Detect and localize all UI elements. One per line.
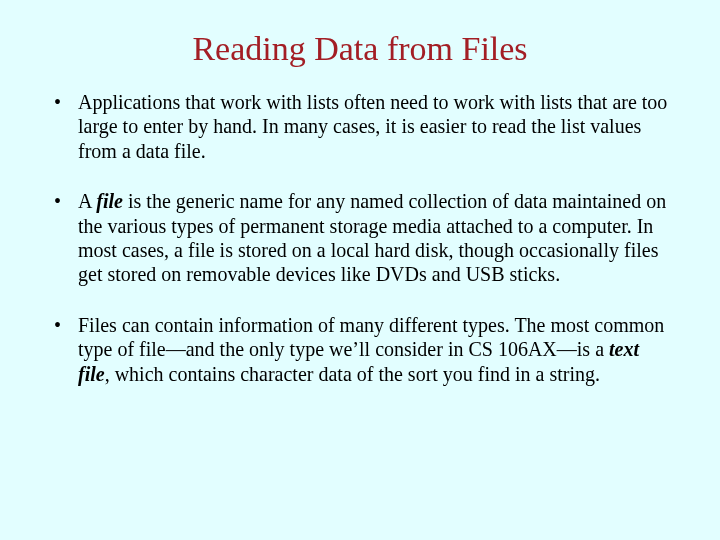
list-item: Applications that work with lists often … [48,90,672,163]
term-file: file [96,190,123,212]
bullet-list: Applications that work with lists often … [48,90,672,386]
slide: Reading Data from Files Applications tha… [0,0,720,436]
bullet-text: Applications that work with lists often … [78,91,667,162]
slide-title: Reading Data from Files [48,30,672,68]
bullet-text-pre: Files can contain information of many di… [78,314,664,360]
list-item: A file is the generic name for any named… [48,189,672,287]
list-item: Files can contain information of many di… [48,313,672,386]
bullet-text-post: , which contains character data of the s… [105,363,600,385]
bullet-text-post: is the generic name for any named collec… [78,190,666,285]
bullet-text-pre: A [78,190,96,212]
